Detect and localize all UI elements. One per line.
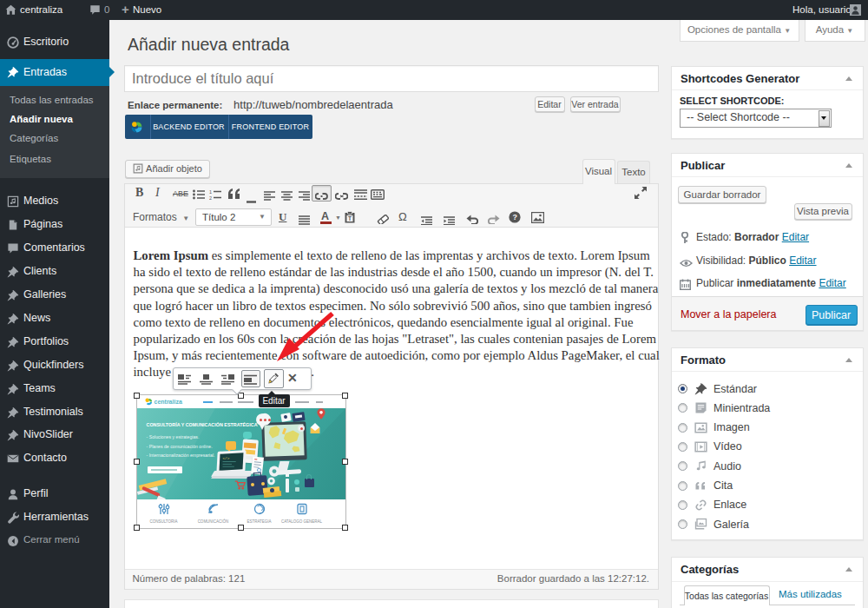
svg-text:1: 1 bbox=[209, 189, 212, 195]
svg-text:2: 2 bbox=[209, 195, 212, 200]
svg-text:T: T bbox=[348, 215, 352, 221]
svg-text:</>: </> bbox=[222, 456, 229, 460]
svg-text:?: ? bbox=[513, 213, 518, 221]
